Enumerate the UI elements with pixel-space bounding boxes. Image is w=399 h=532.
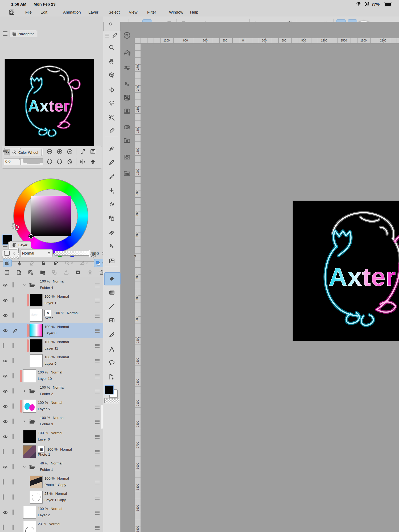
rotate-left-icon[interactable] — [45, 158, 54, 166]
material-pose-icon[interactable] — [123, 169, 131, 177]
visibility-eye-icon[interactable] — [3, 389, 8, 394]
rotate-slider-handle[interactable] — [20, 158, 23, 165]
folder-expanded-chevron-icon[interactable] — [22, 282, 27, 287]
layer-options-icon[interactable] — [95, 359, 100, 363]
color-set-panel-icon[interactable] — [123, 94, 131, 102]
auto-select-tool[interactable] — [108, 114, 115, 121]
layer-row[interactable]: 100 %NormalLayer 10 — [0, 368, 103, 384]
hand-tool[interactable] — [108, 58, 115, 65]
menu-file[interactable]: File — [25, 10, 32, 14]
clip-studio-logo-icon[interactable] — [9, 9, 15, 15]
layer-row[interactable]: 100 %NormalLayer 12 — [0, 293, 103, 308]
layer-thumbnail[interactable] — [30, 339, 42, 352]
folder-collapsed-chevron-icon[interactable] — [22, 389, 27, 393]
move-layer-tool[interactable] — [108, 86, 115, 93]
layer-options-icon[interactable] — [95, 405, 100, 409]
pen-tool[interactable] — [108, 145, 115, 152]
layer-checkbox[interactable] — [13, 434, 14, 439]
menu-animation[interactable]: Animation — [63, 10, 81, 14]
editing-pen-icon[interactable] — [13, 328, 18, 333]
layer-checkbox[interactable] — [13, 404, 14, 409]
color-wheel-menu-icon[interactable] — [3, 150, 7, 154]
layer-options-icon[interactable] — [95, 314, 100, 318]
layer-options-icon[interactable] — [95, 375, 100, 378]
layer-options-icon[interactable] — [95, 329, 100, 333]
figure-tool[interactable] — [108, 303, 115, 310]
layer-thumbnail[interactable] — [30, 355, 42, 367]
ruler-display-icon[interactable] — [79, 259, 90, 267]
layer-options-icon[interactable] — [95, 284, 100, 287]
layer-thumbnail[interactable] — [30, 294, 42, 306]
layer-options-icon[interactable] — [95, 390, 100, 393]
layer-folder-row[interactable]: 46 %NormalFolder 1 — [0, 459, 103, 475]
layer-thumbnail[interactable] — [23, 506, 36, 518]
fill-tool[interactable] — [108, 275, 115, 282]
rotate-slider[interactable]: 0.0 — [4, 158, 43, 165]
layer-options-icon[interactable] — [95, 420, 100, 424]
marker-tool[interactable] — [108, 201, 115, 208]
tab-navigator[interactable]: Navigator — [10, 30, 37, 37]
layer-options-icon[interactable] — [95, 450, 100, 454]
layer-checkbox[interactable] — [13, 449, 14, 454]
selection-tool[interactable] — [108, 100, 115, 107]
layer-options-icon[interactable] — [95, 299, 100, 302]
gradient-tool[interactable] — [108, 289, 115, 296]
new-raster-layer-icon[interactable] — [15, 269, 23, 276]
draft-layer-icon[interactable] — [27, 259, 36, 267]
pencil-tool[interactable] — [108, 159, 115, 166]
layer-row[interactable]: 100 %NormalLayer 8 — [0, 323, 103, 338]
color-mixing-panel-icon[interactable] — [123, 80, 131, 88]
navigator-preview[interactable] — [5, 59, 94, 146]
layer-options-icon[interactable] — [95, 466, 100, 469]
visibility-eye-icon[interactable] — [3, 313, 8, 318]
menu-edit[interactable]: Edit — [40, 10, 47, 14]
layer-menu-icon[interactable] — [3, 243, 7, 247]
layer-combine-box[interactable] — [2, 249, 18, 257]
layer-checkbox[interactable] — [13, 313, 14, 318]
sv-selector[interactable] — [29, 234, 33, 239]
tool-main-color-swatch[interactable] — [105, 385, 114, 394]
fit-to-width-icon[interactable] — [88, 148, 97, 156]
layer-folder-row[interactable]: 100 %NormalFolder 3 — [0, 414, 103, 429]
zoom-out-icon[interactable] — [45, 148, 54, 156]
layer-checkbox[interactable] — [13, 464, 14, 469]
canvas-artwork[interactable] — [293, 201, 399, 341]
onion-skin-icon[interactable] — [15, 259, 24, 267]
blend-mode-dropdown[interactable]: Normal — [20, 249, 53, 257]
visibility-eye-icon[interactable] — [3, 373, 8, 379]
new-vector-layer-icon[interactable] — [26, 269, 35, 276]
layer-thumbnail[interactable] — [30, 324, 42, 336]
visibility-hidden-box[interactable] — [3, 480, 4, 484]
layer-checkbox[interactable] — [13, 419, 14, 424]
eraser-tool[interactable] — [108, 229, 115, 236]
visibility-hidden-box[interactable] — [3, 449, 4, 454]
canvas-area[interactable] — [120, 22, 399, 532]
merge-down-icon[interactable] — [62, 269, 71, 276]
layer-options-icon[interactable] — [95, 526, 100, 530]
layer-row[interactable]: AxtrA100 %NormalAxter — [0, 308, 103, 323]
tool-palette-menu-icon[interactable] — [105, 34, 109, 38]
layer-thumbnail[interactable] — [23, 400, 36, 412]
fit-to-screen-icon[interactable] — [78, 148, 87, 156]
layer-row[interactable]: ▣100 %NormalPhoto 1 — [0, 444, 103, 460]
polyline-tool[interactable] — [108, 331, 115, 338]
layer-checkbox[interactable] — [13, 282, 14, 287]
reset-rotation-icon[interactable] — [65, 158, 74, 166]
layer-thumbnail[interactable] — [23, 370, 36, 382]
layer-mask-icon[interactable] — [74, 269, 82, 276]
layer-thumbnail[interactable]: Axtr — [30, 309, 42, 321]
layer-row[interactable]: 23 %Normal — [0, 520, 103, 532]
menu-help[interactable]: Help — [190, 10, 198, 14]
clip-to-layer-below-icon[interactable] — [63, 259, 75, 267]
tool-transparent-swatch[interactable] — [104, 398, 119, 403]
lock-transparent-pixels-icon[interactable] — [51, 259, 60, 267]
visibility-eye-icon[interactable] — [3, 434, 8, 439]
zoom-reset-icon[interactable] — [65, 148, 74, 156]
opacity-slider[interactable] — [55, 251, 90, 256]
layer-row[interactable]: 23 %NormalLayer 1 Copy — [0, 490, 103, 505]
layer-row[interactable]: 100 %NormalLayer 2 — [0, 505, 103, 520]
decoration-tool[interactable] — [108, 187, 115, 194]
object-tool[interactable] — [108, 72, 115, 78]
layer-thumbnail[interactable] — [30, 491, 42, 503]
flip-horizontal-icon[interactable] — [78, 158, 87, 166]
